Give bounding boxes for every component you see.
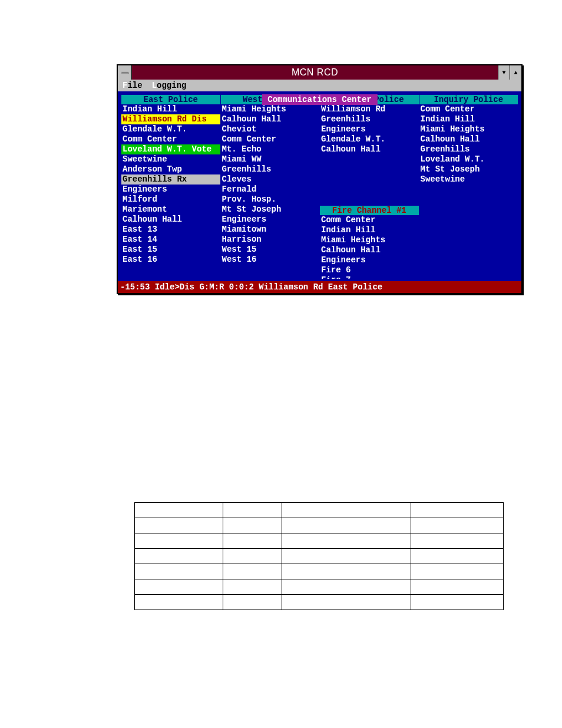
east-item[interactable]: Loveland W.T. Vote xyxy=(121,144,220,154)
fire-item[interactable]: Calhoun Hall xyxy=(320,245,419,255)
west-item[interactable]: Engineers xyxy=(221,215,320,225)
subheader-fire-channel: Fire Channel #1 xyxy=(320,206,419,215)
fire-item[interactable]: Indian Hill xyxy=(320,225,419,235)
window-title: MCN RCD xyxy=(132,67,498,78)
column-header-east: East Police xyxy=(121,95,220,104)
west-item[interactable]: Mt. Echo xyxy=(221,144,320,154)
west-item[interactable]: Miami WW xyxy=(221,154,320,164)
west-item[interactable]: Cheviot xyxy=(221,124,320,134)
west-item[interactable]: Miamitown xyxy=(221,225,320,235)
menu-file[interactable]: File xyxy=(118,81,147,90)
menu-bar: File Logging Communications Center xyxy=(118,80,521,91)
east-item[interactable]: Glendale W.T. xyxy=(121,124,220,134)
east-item[interactable]: Engineers xyxy=(121,185,220,195)
column-inquiry-police: Inquiry Police Comm CenterIndian HillMia… xyxy=(419,95,518,279)
west-item[interactable]: Mt St Joseph xyxy=(221,205,320,215)
column-east-police: East Police Indian HillWilliamson Rd Dis… xyxy=(121,95,220,279)
status-bar: -15:53 Idle>Dis G:M:R 0:0:2 Williamson R… xyxy=(118,281,521,293)
east-item[interactable]: Indian Hill xyxy=(121,104,220,114)
menu-logging[interactable]: Logging xyxy=(147,81,191,90)
east-item[interactable]: East 15 xyxy=(121,245,220,255)
column-header-inquiry: Inquiry Police xyxy=(419,95,518,104)
east-item[interactable]: East 14 xyxy=(121,235,220,245)
screen-title: Communications Center xyxy=(262,94,377,105)
column-central-police: Central Police Williamson RdGreenhillsEn… xyxy=(319,95,419,279)
inquiry-item[interactable]: Greenhills xyxy=(419,144,518,154)
east-item[interactable]: Milford xyxy=(121,195,220,205)
west-item[interactable]: Calhoun Hall xyxy=(221,114,320,124)
west-item[interactable]: Greenhills xyxy=(221,164,320,174)
central-item[interactable]: Williamson Rd xyxy=(320,104,419,114)
east-item[interactable]: East 16 xyxy=(121,255,220,265)
central-item[interactable]: Greenhills xyxy=(320,114,419,124)
maximize-button[interactable]: ▲ xyxy=(510,65,521,80)
client-area: East Police Indian HillWilliamson Rd Dis… xyxy=(118,91,521,281)
west-item[interactable]: West 16 xyxy=(221,255,320,265)
central-item[interactable]: Calhoun Hall xyxy=(320,144,419,154)
east-item[interactable]: East 13 xyxy=(121,225,220,235)
inquiry-item[interactable]: Miami Heights xyxy=(419,124,518,134)
east-item[interactable]: Greenhills Rx xyxy=(121,174,220,185)
east-item[interactable]: Anderson Twp xyxy=(121,164,220,174)
central-item[interactable]: Engineers xyxy=(320,124,419,134)
west-item[interactable]: Miami Heights xyxy=(221,104,320,114)
fire-item[interactable]: Fire 7 xyxy=(320,275,419,281)
system-menu-icon[interactable] xyxy=(118,65,132,80)
west-item[interactable]: Prov. Hosp. xyxy=(221,195,320,205)
minimize-button[interactable]: ▼ xyxy=(498,65,510,80)
inquiry-item[interactable]: Loveland W.T. xyxy=(419,154,518,164)
fire-item[interactable]: Comm Center xyxy=(320,215,419,225)
title-bar[interactable]: MCN RCD ▼ ▲ xyxy=(118,65,521,80)
fire-item[interactable]: Miami Heights xyxy=(320,235,419,245)
east-item[interactable]: Sweetwine xyxy=(121,154,220,164)
east-item[interactable]: Mariemont xyxy=(121,205,220,215)
inquiry-item[interactable]: Mt St Joseph xyxy=(419,164,518,174)
inquiry-item[interactable]: Sweetwine xyxy=(419,174,518,185)
west-item[interactable]: Comm Center xyxy=(221,134,320,144)
west-item[interactable]: Harrison xyxy=(221,235,320,245)
east-item[interactable]: Calhoun Hall xyxy=(121,215,220,225)
west-item[interactable]: West 15 xyxy=(221,245,320,255)
central-item[interactable]: Glendale W.T. xyxy=(320,134,419,144)
fire-item[interactable]: Engineers xyxy=(320,255,419,265)
inquiry-item[interactable]: Indian Hill xyxy=(419,114,518,124)
east-item[interactable]: Williamson Rd Dis xyxy=(121,114,220,124)
fire-item[interactable]: Fire 6 xyxy=(320,265,419,275)
empty-grid-table xyxy=(134,502,504,610)
east-item[interactable]: Comm Center xyxy=(121,134,220,144)
column-west-police: West Police Miami HeightsCalhoun HallChe… xyxy=(220,95,320,279)
app-window: MCN RCD ▼ ▲ File Logging Communications … xyxy=(117,64,523,294)
west-item[interactable]: Cleves xyxy=(221,174,320,185)
inquiry-item[interactable]: Comm Center xyxy=(419,104,518,114)
west-item[interactable]: Fernald xyxy=(221,185,320,195)
inquiry-item[interactable]: Calhoun Hall xyxy=(419,134,518,144)
